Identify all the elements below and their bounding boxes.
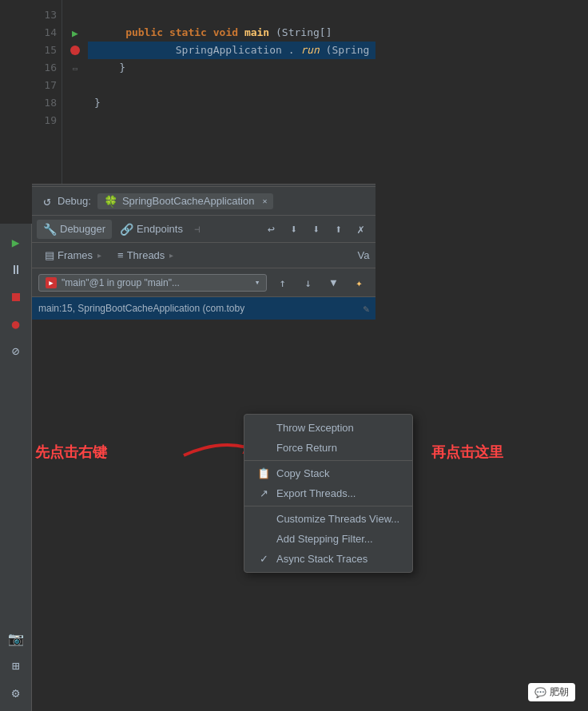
menu-export-threads[interactable]: ↗ Export Threads... (244, 483, 412, 503)
debug-tab-bar: ↺ Debug: 🍀 SpringBootCacheApplication ✕ (32, 187, 375, 216)
debugger-icon: 🔧 (43, 223, 57, 236)
stop-button[interactable]: ⏹ (4, 284, 28, 308)
endpoints-icon: 🔗 (120, 223, 133, 236)
line-numbers: 13 14 15 16 17 18 19 (32, 0, 62, 184)
annotation-left: 先点击右键 (35, 443, 107, 462)
line-num-17: 17 (42, 77, 57, 94)
main-window: ▶ ⏸ ⏹ ● ⊘ 📷 ⊞ ⚙ 13 14 15 16 17 18 19 ▶ (0, 0, 588, 711)
line-num-14: 14 (42, 24, 57, 42)
next-thread-button[interactable]: ↓ (297, 272, 318, 293)
code-line-19 (88, 112, 375, 129)
gutter-15 (62, 42, 88, 59)
menu-throw-exception-label: Throw Exception (276, 422, 354, 434)
code-line-14: public static void main (String[] (88, 24, 375, 42)
sub-toolbar: ▤ Frames ▸ ≡ Threads ▸ Va (32, 243, 375, 268)
code-line-16: } (88, 59, 375, 77)
resume-button[interactable]: ▶ (4, 230, 28, 254)
frames-icon: ▤ (45, 249, 54, 261)
menu-customize-threads[interactable]: Customize Threads View... (244, 509, 412, 529)
run-to-cursor-icon[interactable]: ▶ (72, 27, 78, 39)
threads-arrow: ▸ (169, 251, 173, 260)
code-line-15: SpringApplication . run (Spring (88, 42, 375, 59)
export-threads-icon: ↗ (257, 487, 270, 499)
stop-process-button[interactable]: ✗ (350, 219, 371, 240)
menu-export-threads-label: Export Threads... (276, 487, 356, 499)
watermark-icon: 💬 (534, 687, 546, 698)
watermark-text: 肥朝 (550, 685, 569, 699)
frames-arrow: ▸ (97, 251, 101, 260)
menu-add-stepping-label: Add Stepping Filter... (276, 533, 373, 545)
step-into-forced-button[interactable]: ⬇ (305, 219, 326, 240)
context-menu: Throw Exception Force Return 📋 Copy Stac… (244, 414, 413, 573)
menu-customize-label: Customize Threads View... (276, 513, 399, 525)
gutter-19 (62, 112, 88, 129)
gutter-13 (62, 6, 88, 24)
pause-button[interactable]: ⏸ (4, 257, 28, 281)
menu-force-return[interactable]: Force Return (244, 438, 412, 458)
menu-async-stack[interactable]: ✓ Async Stack Traces (244, 549, 412, 569)
code-line-17 (88, 77, 375, 94)
line-num-18: 18 (42, 94, 57, 112)
copy-stack-icon: 📋 (257, 467, 270, 479)
thread-name: "main"@1 in group "main"... (62, 277, 250, 288)
va-label: Va (357, 249, 369, 261)
tab-frames-label: Frames (58, 249, 93, 261)
close-session-icon[interactable]: ✕ (262, 197, 267, 205)
session-tab[interactable]: 🍀 SpringBootCacheApplication ✕ (97, 193, 274, 209)
line-num-16: 16 (42, 59, 57, 77)
tab-frames[interactable]: ▤ Frames ▸ (38, 247, 108, 264)
menu-async-stack-label: Async Stack Traces (276, 553, 368, 565)
toolbar-divider: ⊣ (194, 224, 200, 235)
dropdown-arrow-icon: ▾ (255, 277, 260, 288)
thread-status-icon: ▶ (46, 277, 57, 288)
menu-add-stepping[interactable]: Add Stepping Filter... (244, 529, 412, 549)
menu-throw-exception[interactable]: Throw Exception (244, 418, 412, 438)
annotation-right: 再点击这里 (431, 443, 503, 462)
line-num-13: 13 (42, 6, 57, 24)
step-into-button[interactable]: ⬇ (283, 219, 304, 240)
tab-threads-label: Threads (127, 249, 165, 261)
menu-divider-1 (244, 460, 412, 461)
step-over-button[interactable]: ↩ (260, 219, 281, 240)
prev-thread-button[interactable]: ↑ (272, 272, 292, 293)
tab-debugger-label: Debugger (60, 223, 105, 235)
code-editor: 13 14 15 16 17 18 19 ▶ ▭ (32, 0, 375, 184)
session-icon: 🍀 (104, 195, 117, 208)
check-mark-icon: ✓ (257, 553, 270, 565)
code-lines: public static void main (String[] Spring… (88, 0, 375, 184)
menu-copy-stack[interactable]: 📋 Copy Stack (244, 463, 412, 483)
restart-debug-button[interactable]: ↺ (38, 193, 56, 210)
code-line-18: } (88, 94, 375, 112)
mute-breakpoints-button[interactable]: ✦ (348, 272, 369, 293)
layout-button[interactable]: ⊞ (4, 653, 28, 677)
thread-dropdown[interactable]: ▶ "main"@1 in group "main"... ▾ (38, 274, 267, 292)
snapshot-button[interactable]: 📷 (4, 626, 28, 650)
frame-text: main:15, SpringBootCacheApplication (com… (38, 303, 244, 314)
gutter-18 (62, 94, 88, 112)
mute-button[interactable]: ⊘ (4, 339, 28, 363)
stack-frame-row[interactable]: main:15, SpringBootCacheApplication (com… (32, 297, 375, 320)
session-name: SpringBootCacheApplication (122, 195, 255, 207)
main-content: 13 14 15 16 17 18 19 ▶ ▭ (32, 0, 375, 711)
rerun-button[interactable]: ● (4, 312, 28, 336)
line-num-15: 15 (42, 42, 57, 59)
left-sidebar: ▶ ⏸ ⏹ ● ⊘ 📷 ⊞ ⚙ (0, 224, 32, 711)
tab-endpoints-label: Endpoints (137, 223, 183, 235)
fold-icon-16[interactable]: ▭ (73, 64, 77, 73)
debug-label: Debug: (58, 195, 91, 207)
watermark: 💬 肥朝 (528, 683, 575, 701)
debug-toolbar: 🔧 Debugger 🔗 Endpoints ⊣ ↩ ⬇ ⬇ ⬆ ✗ (32, 216, 375, 243)
thread-selector-bar: ▶ "main"@1 in group "main"... ▾ ↑ ↓ ▼ ✦ (32, 268, 375, 297)
menu-copy-stack-label: Copy Stack (276, 467, 329, 479)
gutter-16: ▭ (62, 59, 88, 77)
filter-threads-button[interactable]: ▼ (323, 272, 344, 293)
line-num-19: 19 (42, 112, 57, 129)
tab-threads[interactable]: ≡ Threads ▸ (111, 247, 180, 264)
edit-frame-icon[interactable]: ✎ (364, 303, 370, 315)
tab-debugger[interactable]: 🔧 Debugger (37, 220, 112, 239)
breakpoint-icon[interactable] (70, 46, 80, 55)
step-out-button[interactable]: ⬆ (328, 219, 348, 240)
tab-endpoints[interactable]: 🔗 Endpoints (113, 220, 189, 239)
menu-force-return-label: Force Return (276, 442, 337, 454)
settings-icon[interactable]: ⚙ (4, 681, 28, 705)
